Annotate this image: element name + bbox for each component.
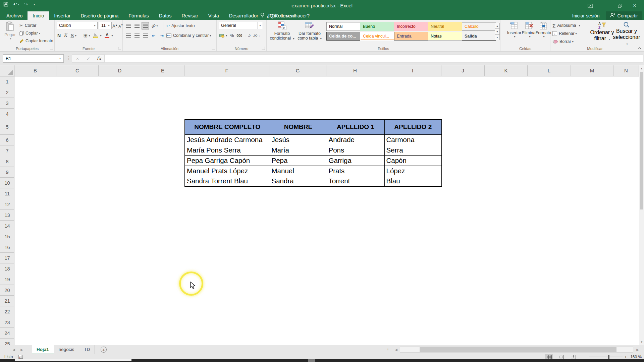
cell-style-salida[interactable]: Salida (462, 32, 496, 41)
table-cell[interactable]: Serra (384, 145, 442, 155)
sort-filter-button[interactable]: AZ Ordenar yfiltrar ▾ (590, 21, 614, 46)
alineacion-dialog-launcher[interactable] (212, 47, 215, 50)
format-as-table-button[interactable]: Dar formatocomo tabla ▾ (297, 21, 322, 46)
tab-revisar[interactable]: Revisar (177, 11, 203, 20)
tab-vista[interactable]: Vista (203, 11, 224, 20)
close-icon[interactable]: × (627, 0, 642, 11)
hscroll-right-icon[interactable]: ▶ (634, 345, 641, 354)
conditional-formatting-button[interactable]: ≠ Formatocondicional ▾ (268, 21, 296, 46)
row-header-19[interactable]: 19 (0, 274, 14, 285)
column-header-I[interactable]: I (384, 65, 441, 76)
row-header-23[interactable]: 23 (0, 317, 14, 328)
row-header-14[interactable]: 14 (0, 221, 14, 231)
styles-more-icon[interactable]: ▼ (495, 34, 500, 40)
numero-dialog-launcher[interactable] (262, 47, 265, 50)
zoom-in-icon[interactable]: + (625, 355, 627, 360)
table-cell[interactable]: Pepa (270, 155, 327, 166)
formula-bar-splitter[interactable]: ⋮ (66, 55, 71, 61)
row-header-5[interactable]: 5 (0, 119, 14, 135)
format-cells-button[interactable]: Formato▾ (537, 21, 550, 46)
copy-button[interactable]: Copiar▾ (19, 29, 40, 37)
horizontal-scroll-thumb[interactable] (420, 347, 616, 352)
table-cell[interactable]: Sandra (270, 176, 327, 186)
insert-function-icon[interactable]: fx (94, 56, 104, 62)
tab-desarrollador[interactable]: Desarrollador (224, 11, 263, 20)
styles-scroll-down-icon[interactable]: ▼ (495, 28, 500, 35)
comma-style-icon[interactable]: 000 (236, 34, 242, 38)
column-header-L[interactable]: L (528, 65, 571, 76)
table-cell[interactable]: Prats (327, 166, 384, 176)
insert-cells-button[interactable]: Insertar▾ (506, 21, 522, 46)
row-header-10[interactable]: 10 (0, 178, 14, 188)
page-layout-view-icon[interactable] (557, 354, 565, 360)
column-header-F[interactable]: F (184, 65, 269, 76)
underline-caret[interactable]: ▾ (75, 34, 76, 37)
row-header-12[interactable]: 12 (0, 199, 14, 210)
tell-me-box[interactable]: ¿Qué desea hacer? (260, 11, 310, 20)
row-header-2[interactable]: 2 (0, 87, 14, 98)
row-header-6[interactable]: 6 (0, 135, 14, 145)
row-header-13[interactable]: 13 (0, 210, 14, 221)
percent-style-icon[interactable]: % (230, 33, 234, 38)
sheet-tab-hoja1[interactable]: Hoja1 (32, 345, 54, 354)
accounting-format-icon[interactable]: ▾ (219, 34, 227, 38)
align-bottom-icon[interactable] (142, 22, 149, 29)
column-header-N[interactable]: N (613, 65, 639, 76)
cell-style-neutral[interactable]: Neutral (428, 22, 462, 31)
align-top-icon[interactable] (125, 22, 132, 29)
row-header-22[interactable]: 22 (0, 306, 14, 317)
number-format-combo[interactable]: General▾ (219, 22, 263, 29)
table-cell[interactable]: Carmona (384, 134, 442, 145)
formula-input[interactable] (105, 54, 643, 63)
borders-icon[interactable]: ⊞ (84, 33, 88, 39)
hscroll-left-icon[interactable]: ◀ (392, 345, 400, 354)
row-header-1[interactable]: 1 (0, 76, 14, 87)
font-size-combo[interactable]: 11▾ (99, 22, 112, 29)
grow-font-button[interactable]: A▲ (112, 22, 118, 30)
table-cell[interactable]: María (270, 145, 327, 155)
find-select-button[interactable]: Buscar yseleccionar ▾ (614, 21, 639, 46)
row-header-18[interactable]: 18 (0, 263, 14, 274)
decrease-indent-icon[interactable]: ⇤ (150, 32, 157, 39)
bold-button[interactable]: N (57, 33, 61, 38)
clear-button[interactable]: Borrar▾ (552, 38, 574, 46)
zoom-slider-thumb[interactable] (608, 355, 609, 359)
row-header-11[interactable]: 11 (0, 188, 14, 199)
column-header-E[interactable]: E (141, 65, 184, 76)
row-header-24[interactable]: 24 (0, 328, 14, 339)
cell-style-normal[interactable]: Normal (326, 22, 361, 31)
table-cell[interactable]: Sandra Torrent Blau (185, 176, 270, 186)
cell-style-bueno[interactable]: Bueno (360, 22, 394, 31)
table-cell[interactable]: Capón (384, 155, 442, 166)
scroll-up-icon[interactable]: ▲ (639, 65, 644, 71)
table-cell[interactable]: Pons (327, 145, 384, 155)
column-header-M[interactable]: M (571, 65, 613, 76)
row-header-9[interactable]: 9 (0, 167, 14, 178)
cut-button[interactable]: ✂ Cortar (19, 21, 36, 29)
font-name-combo[interactable]: Calibri▾ (57, 22, 98, 29)
align-left-icon[interactable] (125, 32, 132, 39)
page-break-view-icon[interactable] (569, 354, 577, 360)
table-cell[interactable]: Pepa Garriga Capón (185, 155, 270, 166)
horizontal-scrollbar[interactable] (400, 347, 633, 353)
increase-decimal-icon[interactable]: ←,0 (245, 34, 251, 37)
portapapeles-dialog-launcher[interactable] (50, 47, 53, 50)
sheet-tab-td[interactable]: TD (79, 345, 95, 354)
table-cell[interactable]: Jesús (270, 134, 327, 145)
table-cell[interactable]: Torrent (327, 176, 384, 186)
format-painter-button[interactable]: Copiar formato (19, 37, 53, 45)
minimize-icon[interactable]: ─ (598, 0, 612, 11)
table-header-cell[interactable]: NOMBRE (270, 120, 327, 134)
cancel-icon[interactable]: × (72, 56, 83, 61)
styles-scroll-up-icon[interactable]: ▲ (495, 23, 500, 29)
row-header-3[interactable]: 3 (0, 98, 14, 109)
name-box[interactable]: B1 ▾ (3, 54, 64, 63)
italic-button[interactable]: K (64, 33, 67, 38)
orientation-icon[interactable]: ab▾ (150, 22, 159, 29)
column-header-D[interactable]: D (99, 65, 141, 76)
table-cell[interactable]: Garriga (327, 155, 384, 166)
cell-style-celda-de-co-[interactable]: Celda de co... (326, 32, 361, 41)
column-header-G[interactable]: G (269, 65, 326, 76)
fill-button[interactable]: ↓ Rellenar▾ (552, 29, 577, 38)
tab-dise-o-de-p-gina[interactable]: Diseño de página (75, 11, 123, 20)
